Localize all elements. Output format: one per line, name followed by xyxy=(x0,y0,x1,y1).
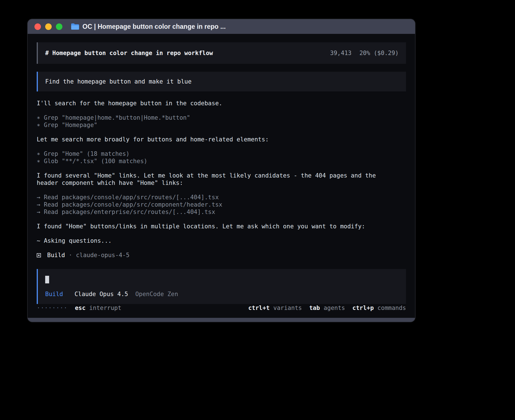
shortcut-label: agents xyxy=(324,304,345,312)
transcript-line: → Read packages/console/app/src/routes/[… xyxy=(37,194,387,201)
agent-status-row: Build · claude-opus-4-5 xyxy=(37,251,406,259)
transcript-paragraph: I'll search for the homepage button in t… xyxy=(37,100,387,107)
shortcut-variants: ctrl+tvariants xyxy=(248,304,302,312)
text-cursor xyxy=(45,276,49,283)
session-title: # Homepage button color change in repo w… xyxy=(45,49,213,57)
status-bar-left: ········ esc interrupt xyxy=(37,304,121,312)
shortcut-key: ctrl+t xyxy=(248,304,270,312)
prompt-input[interactable]: Build Claude Opus 4.5 OpenCode Zen xyxy=(37,269,406,304)
zoom-button[interactable] xyxy=(56,23,62,30)
transcript-paragraph: ∗ Grep "Home" (18 matches)∗ Glob "**/*.t… xyxy=(37,150,387,165)
transcript-line: ∗ Glob "**/*.tsx" (100 matches) xyxy=(37,158,387,165)
agent-name: Build xyxy=(47,251,65,259)
transcript-paragraph: → Read packages/console/app/src/routes/[… xyxy=(37,194,387,216)
terminal-content: # Homepage button color change in repo w… xyxy=(28,34,415,318)
transcript: I'll search for the homepage button in t… xyxy=(37,100,387,244)
terminal-window: OC | Homepage button color change in rep… xyxy=(28,19,415,322)
token-count: 39,413 xyxy=(330,49,352,57)
status-bar-right: ctrl+tvariantstabagentsctrl+pcommands xyxy=(248,304,406,312)
user-message: Find the homepage button and make it blu… xyxy=(37,72,406,91)
context-cost: 20% ($0.29) xyxy=(359,49,399,57)
shortcut-commands: ctrl+pcommands xyxy=(352,304,406,312)
transcript-paragraph: ∗ Grep "homepage|home.*button|Home.*butt… xyxy=(37,114,387,129)
prompt-cursor-line[interactable] xyxy=(45,275,399,283)
session-stats: 39,413 20% ($0.29) xyxy=(330,49,399,57)
agent-separator: · xyxy=(69,251,72,259)
window-footer xyxy=(28,318,415,322)
transcript-line: I found several "Home" links. Let me loo… xyxy=(37,172,387,187)
shortcut-interrupt: esc interrupt xyxy=(75,304,121,312)
transcript-line: ∗ Grep "Home" (18 matches) xyxy=(37,150,387,158)
close-button[interactable] xyxy=(34,23,41,30)
agent-icon xyxy=(37,253,41,257)
prompt-meta: Build Claude Opus 4.5 OpenCode Zen xyxy=(45,290,399,298)
transcript-line: ∗ Grep "Homepage" xyxy=(37,121,387,129)
transcript-line: → Read packages/enterprise/src/routes/[.… xyxy=(37,208,387,216)
folder-icon xyxy=(71,23,79,30)
shortcut-agents: tabagents xyxy=(309,304,345,312)
session-header: # Homepage button color change in repo w… xyxy=(37,42,406,64)
shortcut-label: commands xyxy=(377,304,406,312)
transcript-paragraph: ~ Asking questions... xyxy=(37,237,387,244)
prompt-provider: OpenCode Zen xyxy=(135,291,178,298)
user-message-text: Find the homepage button and make it blu… xyxy=(45,78,191,85)
interrupt-label: interrupt xyxy=(89,304,121,312)
shortcut-label: variants xyxy=(273,304,302,312)
prompt-model: Claude Opus 4.5 xyxy=(75,291,128,298)
minimize-button[interactable] xyxy=(45,23,52,30)
agent-model: claude-opus-4-5 xyxy=(76,251,130,259)
prompt-mode: Build xyxy=(45,291,63,298)
status-bar: ········ esc interrupt ctrl+tvariantstab… xyxy=(37,304,406,312)
spinner-dots: ········ xyxy=(37,304,67,312)
transcript-line: I found "Home" buttons/links in multiple… xyxy=(37,223,387,230)
transcript-line: I'll search for the homepage button in t… xyxy=(37,100,387,107)
transcript-paragraph: Let me search more broadly for buttons a… xyxy=(37,136,387,143)
titlebar[interactable]: OC | Homepage button color change in rep… xyxy=(28,19,415,34)
shortcut-key: tab xyxy=(309,304,320,312)
transcript-line: Let me search more broadly for buttons a… xyxy=(37,136,387,143)
transcript-paragraph: I found "Home" buttons/links in multiple… xyxy=(37,223,387,230)
transcript-line: ∗ Grep "homepage|home.*button|Home.*butt… xyxy=(37,114,387,121)
transcript-line: → Read packages/console/app/src/componen… xyxy=(37,201,387,208)
traffic-lights xyxy=(34,23,62,30)
transcript-line: ~ Asking questions... xyxy=(37,237,387,244)
shortcut-key: ctrl+p xyxy=(352,304,374,312)
transcript-paragraph: I found several "Home" links. Let me loo… xyxy=(37,172,387,187)
window-title: OC | Homepage button color change in rep… xyxy=(82,23,226,30)
esc-key-hint: esc xyxy=(75,304,86,312)
